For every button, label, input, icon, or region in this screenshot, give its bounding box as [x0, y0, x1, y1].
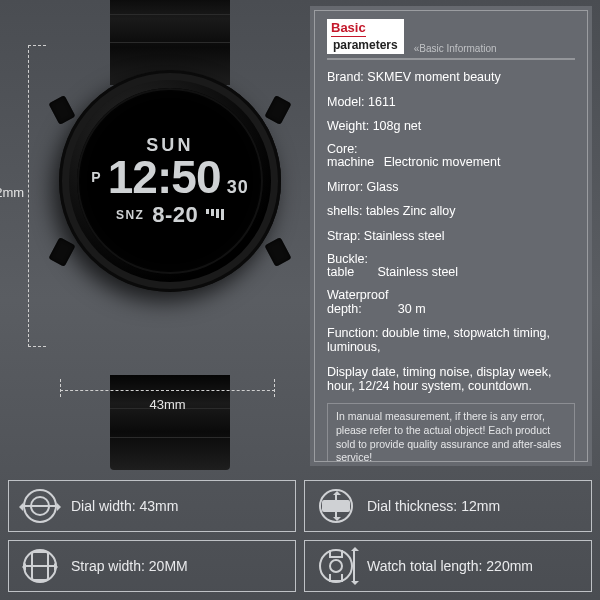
spec-row: shells: tables Zinc alloy [327, 204, 575, 218]
watch-diagram: 52mm SUN P 12:50 30 SNZ 8-20 [0, 0, 305, 470]
stats-grid: Dial width: 43mm Dial thickness: 12mm St… [8, 480, 592, 592]
spec-row: Brand: SKMEV moment beauty [327, 70, 575, 84]
watch-button-br [264, 237, 291, 267]
display-time: 12:50 [108, 154, 221, 200]
display-pm: P [91, 169, 101, 185]
display-seconds: 30 [227, 177, 249, 198]
spec-subtitle: «Basic Information [414, 43, 497, 54]
dial-thickness-icon [319, 489, 353, 523]
spec-header: Basic parameters «Basic Information [327, 19, 575, 60]
watch-illustration: SUN P 12:50 30 SNZ 8-20 [55, 20, 285, 440]
watch-case: SUN P 12:50 30 SNZ 8-20 [59, 70, 281, 292]
display-snooze: SNZ [116, 208, 144, 222]
display-date: 8-20 [152, 202, 198, 228]
watch-button-tl [48, 95, 75, 125]
watch-button-tr [264, 95, 291, 125]
stat-strap-width: Strap width: 20MM [8, 540, 296, 592]
signal-bars-icon [206, 209, 224, 220]
spec-row: Model: 1611 [327, 95, 575, 109]
spec-row: Core:machine Electronic movement [327, 143, 575, 170]
stat-dial-width: Dial width: 43mm [8, 480, 296, 532]
stat-total-length: Watch total length: 220mm [304, 540, 592, 592]
strap-width-icon [23, 549, 57, 583]
spec-title-2: parameters [331, 38, 400, 53]
height-label: 52mm [0, 185, 24, 200]
spec-panel: Basic parameters «Basic Information Bran… [310, 6, 592, 466]
spec-row: Buckle:table Stainless steel [327, 253, 575, 280]
width-label: 43mm [60, 397, 275, 412]
stat-dial-thickness: Dial thickness: 12mm [304, 480, 592, 532]
total-length-icon [319, 549, 353, 583]
spec-row: Mirror: Glass [327, 180, 575, 194]
spec-row: Weight: 108g net [327, 119, 575, 133]
spec-title-1: Basic [331, 21, 366, 37]
watch-button-bl [48, 237, 75, 267]
spec-row: Function: double time, stopwatch timing,… [327, 326, 575, 355]
watch-dial: SUN P 12:50 30 SNZ 8-20 [77, 88, 263, 274]
dial-width-icon [23, 489, 57, 523]
spec-disclaimer: In manual measurement, if there is any e… [327, 403, 575, 462]
dimension-width: 43mm [60, 390, 275, 412]
spec-row: Strap: Stainless steel [327, 229, 575, 243]
spec-row: Display date, timing noise, display week… [327, 365, 575, 394]
spec-row: Waterproofdepth: 30 m [327, 289, 575, 316]
